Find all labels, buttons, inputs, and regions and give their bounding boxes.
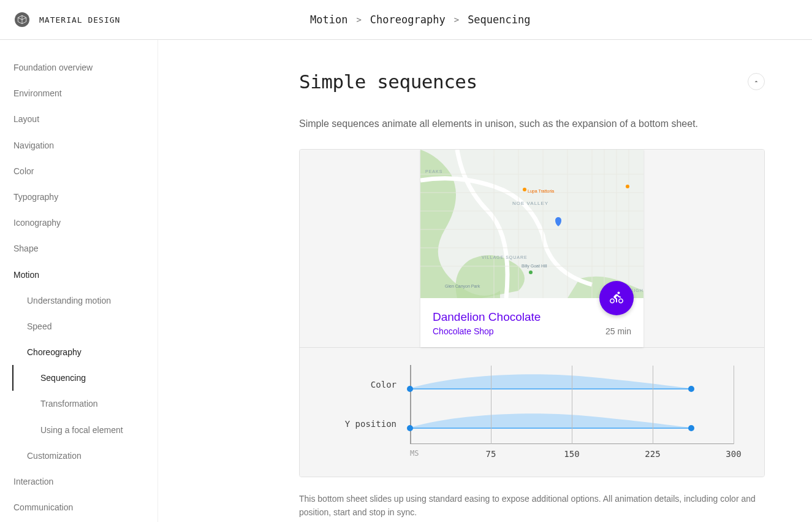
gridline	[572, 366, 572, 444]
svg-point-24	[529, 271, 533, 274]
svg-point-22	[523, 188, 526, 191]
sidebar-item[interactable]: Sequencing	[12, 365, 157, 391]
map-area: NOE VALLEY VILLAGE SQUARE BERNAL HEIGH G…	[420, 150, 643, 298]
svg-text:Lupa Trattoria: Lupa Trattoria	[528, 189, 554, 194]
section-description: Simple sequences animate all elements in…	[299, 116, 765, 132]
chevron-right-icon: >	[356, 15, 361, 25]
map-illustration: NOE VALLEY VILLAGE SQUARE BERNAL HEIGH G…	[420, 150, 643, 298]
brand[interactable]: MATERIAL DESIGN	[15, 12, 174, 27]
sidebar-item[interactable]: Transformation	[12, 391, 157, 416]
timeline-label: Y position	[330, 419, 410, 429]
sidebar-item[interactable]: Foundation overview	[0, 55, 157, 80]
sidebar-item[interactable]: Environment	[0, 80, 157, 106]
svg-text:PEAKS: PEAKS	[425, 169, 442, 174]
svg-text:NOE VALLEY: NOE VALLEY	[512, 201, 548, 206]
easing-curve-icon	[410, 412, 691, 428]
sidebar-item[interactable]: Choreography	[0, 339, 157, 365]
sidebar-item[interactable]: Iconography	[0, 210, 157, 236]
content-area: Simple sequences Simple sequences animat…	[158, 40, 812, 522]
breadcrumb-item[interactable]: Sequencing	[468, 13, 530, 26]
timeline-row: Y position	[330, 404, 734, 443]
easing-curve-icon	[410, 372, 691, 388]
timing-chart: Color Y position MS75150225300	[300, 347, 764, 477]
sidebar-nav: Foundation overviewEnvironmentLayoutNavi…	[0, 40, 158, 522]
app-header: MATERIAL DESIGN Motion > Choreography > …	[0, 0, 812, 40]
sidebar-item[interactable]: Customization	[0, 443, 157, 469]
timeline-row: Color	[330, 365, 734, 404]
travel-time: 25 min	[605, 326, 631, 336]
sidebar-item[interactable]: Navigation	[0, 132, 157, 158]
svg-text:Glen Canyon Park: Glen Canyon Park	[445, 284, 480, 289]
svg-point-23	[626, 185, 629, 188]
track-end-dot	[688, 386, 694, 392]
axis-tick-label: 75	[486, 449, 496, 459]
gridline	[653, 366, 653, 444]
sidebar-item[interactable]: Shape	[0, 236, 157, 261]
timeline-label: Color	[330, 380, 410, 390]
track-end-dot	[688, 425, 694, 431]
logo-icon	[15, 12, 29, 27]
map-card: NOE VALLEY VILLAGE SQUARE BERNAL HEIGH G…	[420, 150, 643, 347]
breadcrumb-item[interactable]: Motion	[310, 13, 347, 26]
bike-icon	[609, 291, 624, 305]
svg-text:VILLAGE SQUARE: VILLAGE SQUARE	[482, 255, 528, 260]
bottom-sheet: Dandelion Chocolate Chocolate Shop 25 mi…	[420, 298, 643, 347]
section-title: Simple sequences	[299, 71, 477, 93]
place-title: Dandelion Chocolate	[433, 310, 631, 324]
svg-rect-0	[420, 150, 643, 298]
chevron-up-icon	[753, 78, 760, 85]
sidebar-item[interactable]: Communication	[0, 494, 157, 520]
collapse-button[interactable]	[748, 73, 765, 90]
brand-text: MATERIAL DESIGN	[39, 15, 120, 25]
figure: NOE VALLEY VILLAGE SQUARE BERNAL HEIGH G…	[299, 149, 765, 477]
sidebar-item[interactable]: Using a focal element	[12, 417, 157, 443]
sidebar-item[interactable]: Motion	[0, 262, 157, 288]
svg-text:Billy Goat Hill: Billy Goat Hill	[522, 264, 547, 269]
gridline	[491, 366, 491, 444]
track-start-dot	[407, 425, 413, 431]
chevron-right-icon: >	[454, 15, 459, 25]
axis-tick-label: 300	[726, 449, 741, 459]
axis-tick-label: 225	[645, 449, 660, 459]
axis-tick-label: MS	[410, 449, 419, 458]
sidebar-item[interactable]: Layout	[0, 106, 157, 132]
sidebar-item[interactable]: Understanding motion	[0, 288, 157, 313]
breadcrumb-item[interactable]: Choreography	[370, 13, 446, 26]
sidebar-item[interactable]: Interaction	[0, 469, 157, 494]
sidebar-item[interactable]: Speed	[0, 313, 157, 339]
track-start-dot	[407, 386, 413, 392]
fab-directions[interactable]	[599, 281, 634, 315]
axis-tick-label: 150	[564, 449, 579, 459]
sidebar-item[interactable]: Color	[0, 158, 157, 184]
breadcrumb: Motion > Choreography > Sequencing	[310, 13, 530, 26]
figure-caption: This bottom sheet slides up using standa…	[299, 492, 765, 520]
place-subtitle: Chocolate Shop	[433, 326, 631, 336]
figure-example: NOE VALLEY VILLAGE SQUARE BERNAL HEIGH G…	[300, 150, 764, 347]
sidebar-item[interactable]: Typography	[0, 184, 157, 210]
